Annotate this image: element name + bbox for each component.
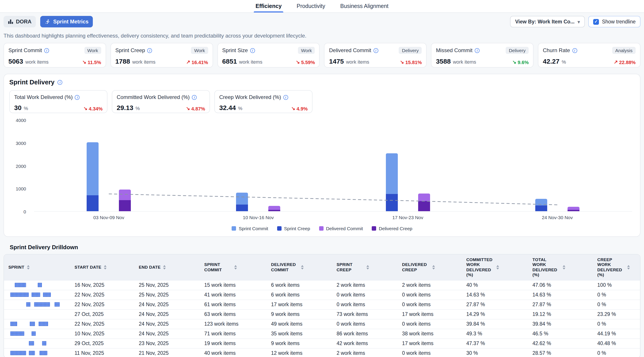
legend-label: Sprint Creep bbox=[284, 226, 310, 231]
column-header-sprint_commit[interactable]: Sprint Commit bbox=[200, 255, 266, 280]
chart-legend: Sprint CommitSprint CreepDelivered Commi… bbox=[9, 226, 635, 232]
info-icon[interactable] bbox=[75, 95, 80, 100]
column-header-label: Sprint bbox=[8, 265, 24, 270]
info-icon[interactable] bbox=[58, 80, 62, 85]
cell-sprint_commit: 41 work items bbox=[200, 290, 266, 300]
cell-delivered_creep: 0 work items bbox=[398, 300, 462, 309]
cell-creep_work_delivered: 0 % bbox=[593, 348, 640, 357]
sort-icon[interactable] bbox=[163, 265, 166, 270]
tab-productivity[interactable]: Productivity bbox=[296, 0, 326, 12]
kpi-title: Sprint Commit bbox=[8, 47, 42, 53]
column-header-label: Committed Work Delivered (%) bbox=[466, 257, 494, 277]
trend-arrow-icon: ↘ bbox=[400, 59, 404, 65]
dashboard-description: This dashboard highlights planning effec… bbox=[0, 27, 644, 39]
cell-delivered_commit: 35 work items bbox=[267, 329, 332, 339]
info-icon[interactable] bbox=[374, 48, 378, 53]
sort-icon[interactable] bbox=[496, 265, 499, 270]
legend-item-delivered-commit[interactable]: Delivered Commit bbox=[319, 226, 363, 231]
delivered-bar bbox=[268, 206, 280, 211]
kpi-unit: work items bbox=[132, 59, 155, 64]
table-row[interactable]: 29 Oct, 202523 Nov, 202519 work items9 w… bbox=[4, 339, 640, 348]
cell-delivered_commit: 17 work items bbox=[267, 300, 332, 309]
tab-label: Productivity bbox=[296, 3, 325, 9]
tab-business-alignment[interactable]: Business Alignment bbox=[340, 0, 390, 12]
column-header-delivered_commit[interactable]: Delivered Commit bbox=[267, 255, 332, 280]
tab-efficiency[interactable]: Efficiency bbox=[254, 0, 282, 12]
table-row[interactable]: 22 Nov, 202525 Nov, 202541 work items6 w… bbox=[4, 290, 640, 300]
metric-card-total-work-delivered: Total Work Delivered (%) 30 % ↘4.34% bbox=[9, 90, 108, 113]
trend-arrow-icon: ↘ bbox=[512, 59, 516, 65]
cell-sprint-redacted bbox=[4, 290, 70, 300]
cell-sprint_creep: 73 work items bbox=[332, 309, 398, 319]
cell-creep_work_delivered: 100 % bbox=[593, 280, 640, 290]
table-row[interactable]: 27 Oct, 202524 Nov, 202563 work items9 w… bbox=[4, 309, 640, 319]
cell-creep_work_delivered: 0 % bbox=[593, 300, 640, 309]
trend-value: 9.6% bbox=[518, 59, 529, 65]
cell-start_date: 29 Oct, 2025 bbox=[70, 339, 134, 348]
redaction-block bbox=[26, 302, 30, 307]
sort-icon[interactable] bbox=[104, 265, 107, 270]
cell-end_date: 24 Nov, 2025 bbox=[134, 300, 200, 309]
sort-icon[interactable] bbox=[562, 265, 565, 270]
column-header-label: Sprint Creep bbox=[336, 262, 364, 272]
info-icon[interactable] bbox=[283, 95, 288, 100]
redaction-block bbox=[30, 322, 35, 326]
kpi-value: 1475 bbox=[329, 57, 344, 65]
column-header-delivered_creep[interactable]: Delivered Creep bbox=[398, 255, 462, 280]
cell-delivered_creep: 17 work items bbox=[398, 339, 462, 348]
cell-committed_work_delivered: 14.63 % bbox=[462, 290, 528, 300]
sort-icon[interactable] bbox=[628, 265, 630, 270]
legend-item-sprint-creep[interactable]: Sprint Creep bbox=[277, 226, 310, 231]
cell-sprint-redacted bbox=[4, 309, 70, 319]
info-icon[interactable] bbox=[250, 48, 255, 53]
kpi-badge: Work bbox=[298, 47, 315, 54]
legend-item-delivered-creep[interactable]: Delivered Creep bbox=[372, 226, 412, 231]
info-icon[interactable] bbox=[475, 48, 480, 53]
column-header-sprint[interactable]: Sprint bbox=[4, 255, 70, 280]
sort-icon[interactable] bbox=[432, 265, 435, 270]
show-trendline-toggle[interactable]: Show trendline bbox=[588, 16, 640, 27]
sort-icon[interactable] bbox=[27, 265, 30, 270]
legend-item-sprint-commit[interactable]: Sprint Commit bbox=[232, 226, 268, 231]
column-header-label: Sprint Commit bbox=[204, 262, 232, 272]
cell-total_work_delivered: 28.57 % bbox=[528, 348, 593, 357]
sort-icon[interactable] bbox=[301, 265, 304, 270]
metric-value: 30 bbox=[14, 104, 22, 111]
metric-title: Total Work Delivered (%) bbox=[14, 94, 73, 100]
delivered-bar bbox=[568, 207, 580, 211]
sprint-bar bbox=[535, 199, 547, 211]
table-row[interactable]: 11 Nov, 202521 Nov, 202540 work items12 … bbox=[4, 348, 640, 357]
sprint-delivery-chart: 01000200030004000 bbox=[9, 120, 635, 212]
column-header-creep_work_delivered[interactable]: Creep Work Delivered (%) bbox=[593, 255, 640, 280]
cell-creep_work_delivered: 40.48 % bbox=[593, 339, 640, 348]
info-icon[interactable] bbox=[147, 48, 152, 53]
table-row[interactable]: 22 Nov, 202524 Nov, 202561 work items17 … bbox=[4, 300, 640, 309]
column-header-end_date[interactable]: End Date bbox=[134, 255, 200, 280]
column-header-committed_work_delivered[interactable]: Committed Work Delivered (%) bbox=[462, 255, 528, 280]
view-by-dropdown[interactable]: View By: Work Item Co... bbox=[510, 16, 585, 27]
bar-segment bbox=[268, 210, 280, 211]
cell-total_work_delivered: 46.5 % bbox=[528, 329, 593, 339]
bar-segment bbox=[568, 210, 580, 211]
column-header-total_work_delivered[interactable]: Total Work Delivered (%) bbox=[528, 255, 593, 280]
redaction-block bbox=[42, 341, 46, 346]
column-header-start_date[interactable]: Start Date bbox=[70, 255, 134, 280]
sort-icon[interactable] bbox=[234, 265, 237, 270]
kpi-card-missed-commit: Missed Commit Delivery 3588 work items ↘… bbox=[431, 43, 534, 68]
cell-end_date: 23 Nov, 2025 bbox=[134, 339, 200, 348]
toolbar: DORA Sprint Metrics View By: Work Item C… bbox=[0, 13, 644, 27]
info-icon[interactable] bbox=[44, 48, 49, 53]
table-row[interactable]: 10 Nov, 202524 Nov, 202571 work items35 … bbox=[4, 329, 640, 339]
info-icon[interactable] bbox=[192, 95, 197, 100]
sort-icon[interactable] bbox=[367, 265, 369, 270]
show-trendline-checkbox[interactable] bbox=[593, 19, 599, 24]
column-header-sprint_creep[interactable]: Sprint Creep bbox=[332, 255, 398, 280]
table-row[interactable]: 16 Nov, 202525 Nov, 202515 work items6 w… bbox=[4, 280, 640, 290]
bar-segment bbox=[535, 199, 547, 205]
sprint-metrics-button[interactable]: Sprint Metrics bbox=[40, 16, 93, 27]
trend-value: 4.9% bbox=[296, 106, 308, 111]
dora-button[interactable]: DORA bbox=[4, 16, 36, 27]
info-icon[interactable] bbox=[572, 48, 577, 53]
cell-sprint_commit: 61 work items bbox=[200, 300, 266, 309]
table-row[interactable]: 22 Nov, 202524 Nov, 2025123 work items49… bbox=[4, 319, 640, 329]
